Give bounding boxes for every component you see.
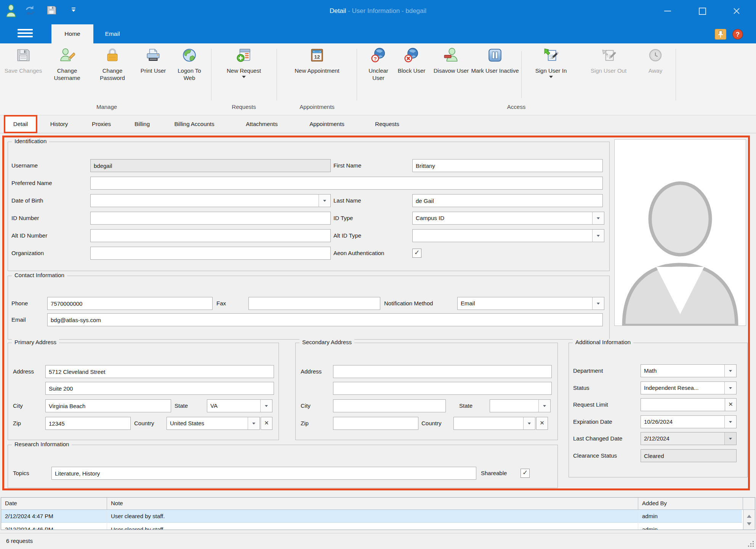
new-request-dropdown-icon[interactable] (242, 76, 246, 80)
tab-proxies[interactable]: Proxies (86, 115, 117, 133)
organization-field[interactable] (90, 247, 331, 260)
chevron-down-icon[interactable] (724, 432, 736, 445)
email-field[interactable] (47, 313, 603, 326)
date-of-birth-combo[interactable] (90, 194, 331, 207)
alt-id-number-field[interactable] (90, 229, 331, 242)
primary-address-legend: Primary Address (12, 339, 59, 345)
notes-scrollbar[interactable] (743, 510, 755, 530)
print-user-button[interactable]: Print User (136, 46, 171, 107)
primary-zip-field[interactable] (45, 417, 131, 430)
expiration-date-combo[interactable]: 10/26/2024 (641, 415, 737, 428)
secondary-address1-field[interactable] (333, 365, 552, 378)
username-field[interactable] (90, 159, 331, 172)
secondary-country-combo[interactable] (453, 417, 535, 430)
topics-field[interactable] (51, 467, 476, 480)
primary-address2-field[interactable] (45, 382, 274, 395)
chevron-down-icon[interactable] (592, 297, 604, 310)
note-row-selected[interactable]: 2/12/2024 4:47 PM User cleared by staff.… (1, 510, 742, 523)
request-limit-clear-icon[interactable] (725, 398, 737, 411)
maximize-button[interactable] (696, 5, 709, 17)
first-name-field[interactable] (412, 159, 603, 172)
tab-attachments[interactable]: Attachments (237, 115, 287, 133)
last-changed-date-combo[interactable]: 2/12/2024 (641, 432, 737, 445)
change-username-button[interactable]: Change Username (45, 46, 89, 107)
disavow-user-button[interactable]: Disavow User (432, 46, 470, 107)
primary-country-clear-icon[interactable] (261, 417, 272, 430)
sign-user-in-icon (524, 47, 578, 65)
ribbon-separator (211, 49, 211, 101)
note-row[interactable]: 2/12/2024 4:46 PM User cleared by staff.… (1, 523, 742, 530)
scroll-up-icon[interactable] (747, 512, 751, 518)
primary-state-label: State (175, 399, 188, 412)
save-changes-button[interactable]: Save Changes (3, 46, 43, 107)
department-combo[interactable]: Math (641, 364, 737, 377)
aeon-authentication-checkbox[interactable] (412, 249, 421, 258)
resize-grip-icon[interactable] (748, 541, 754, 547)
logon-to-web-button[interactable]: Logon To Web (171, 46, 208, 107)
secondary-zip-field[interactable] (333, 417, 418, 430)
chevron-down-icon[interactable] (538, 400, 550, 412)
mark-user-inactive-button[interactable]: Mark User Inactive (471, 46, 519, 107)
column-header-added-by[interactable]: Added By (638, 498, 743, 510)
column-header-date[interactable]: Date (1, 498, 107, 510)
ribbon-group-label-requests: Requests (232, 104, 256, 110)
new-appointment-button[interactable]: 12 New Appointment (281, 46, 353, 107)
primary-state-combo[interactable]: VA (207, 399, 272, 412)
disavow-user-icon (432, 47, 470, 65)
sign-user-in-button[interactable]: Sign User In (524, 46, 578, 107)
shareable-checkbox[interactable] (521, 469, 530, 478)
user-photo-placeholder[interactable] (614, 139, 746, 326)
chevron-down-icon[interactable] (592, 230, 604, 242)
chevron-down-icon[interactable] (248, 417, 259, 429)
change-username-icon (45, 47, 89, 65)
preferred-name-field[interactable] (90, 177, 603, 190)
secondary-state-combo[interactable] (490, 399, 551, 412)
tab-billing[interactable]: Billing (129, 115, 155, 133)
tab-history[interactable]: History (45, 115, 73, 133)
id-number-field[interactable] (90, 212, 331, 225)
chevron-down-icon[interactable] (724, 382, 736, 394)
chevron-down-icon[interactable] (260, 400, 272, 412)
secondary-address2-field[interactable] (333, 382, 552, 395)
sign-user-out-button[interactable]: Sign User Out (578, 46, 639, 107)
first-name-label: First Name (333, 159, 361, 172)
tab-email[interactable]: Email (96, 24, 129, 43)
last-name-field[interactable] (412, 194, 603, 207)
unclear-user-button[interactable]: ? Unclear User (363, 46, 394, 107)
chevron-down-icon[interactable] (319, 195, 330, 207)
close-button[interactable] (730, 5, 743, 17)
secondary-city-field[interactable] (333, 399, 446, 412)
block-user-button[interactable]: Block User (396, 46, 427, 107)
column-header-note[interactable]: Note (107, 498, 638, 510)
fax-field[interactable] (248, 297, 380, 310)
tab-billing-accounts[interactable]: Billing Accounts (165, 115, 224, 133)
primary-country-combo[interactable]: United States (167, 417, 260, 430)
notification-method-combo[interactable]: Email (457, 297, 604, 310)
phone-field[interactable] (47, 297, 213, 310)
chevron-down-icon[interactable] (523, 417, 535, 429)
chevron-down-icon[interactable] (592, 212, 604, 224)
tab-requests[interactable]: Requests (367, 115, 408, 133)
secondary-country-clear-icon[interactable] (536, 417, 548, 430)
id-type-combo[interactable]: Campus ID (412, 212, 604, 225)
new-request-button[interactable]: New Request (215, 46, 272, 107)
help-icon[interactable]: ? (732, 29, 743, 41)
chevron-down-icon[interactable] (724, 365, 736, 377)
scroll-down-icon[interactable] (747, 522, 751, 528)
application-menu-icon[interactable] (18, 28, 33, 38)
minimize-button[interactable] (661, 5, 674, 17)
chevron-down-icon[interactable] (724, 416, 736, 428)
sign-user-in-dropdown-icon[interactable] (549, 76, 553, 80)
tab-home[interactable]: Home (51, 24, 93, 43)
request-limit-field[interactable] (641, 398, 725, 411)
away-button[interactable]: Away (639, 46, 672, 107)
status-combo[interactable]: Independent Resea... (641, 381, 737, 394)
pin-icon[interactable] (715, 29, 726, 41)
tab-detail[interactable]: Detail (5, 115, 37, 133)
change-password-button[interactable]: Change Password (91, 46, 134, 107)
clearance-status-field[interactable] (641, 449, 737, 462)
primary-city-field[interactable] (45, 399, 171, 412)
primary-address1-field[interactable] (45, 365, 274, 378)
alt-id-type-combo[interactable] (412, 229, 604, 242)
tab-appointments[interactable]: Appointments (300, 115, 354, 133)
